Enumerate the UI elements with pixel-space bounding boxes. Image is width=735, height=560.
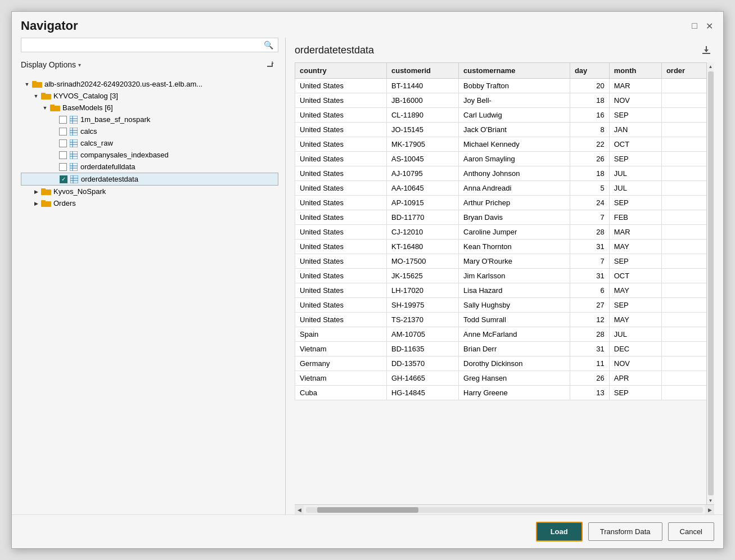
tree-item-orderdatetestdata[interactable]: ✓ orderdatetestdata — [21, 173, 278, 186]
title-bar-controls: □ ✕ — [689, 21, 714, 31]
checkbox-companysales[interactable] — [59, 151, 67, 159]
cell-customername: Brian Derr — [459, 342, 570, 356]
tree-item-kyvos-nospark[interactable]: ▶ Kyvos_NoSpark — [21, 186, 278, 197]
expand-icon: ▼ — [41, 104, 49, 112]
col-header-customerid: customerid — [386, 63, 458, 79]
cell-customername: Anthony Johnson — [459, 166, 570, 181]
cell-customerid: BD-11770 — [386, 210, 458, 225]
cell-country: United States — [295, 196, 387, 210]
svg-rect-36 — [41, 200, 46, 202]
tree-item-label: calcs — [80, 127, 97, 136]
checkbox-1m-base[interactable] — [59, 116, 67, 124]
scroll-down-arrow[interactable]: ▼ — [707, 496, 715, 504]
cell-country: United States — [295, 210, 387, 225]
cell-day: 7 — [570, 254, 609, 269]
preview-icon-button[interactable] — [698, 42, 714, 58]
load-button[interactable]: Load — [536, 522, 583, 541]
vertical-scrollbar[interactable]: ▲ ▼ — [706, 62, 714, 504]
folder-icon — [41, 200, 51, 207]
table-row: United StatesLH-17020Lisa Hazard6MAY — [295, 283, 714, 298]
cell-month: JUL — [609, 327, 661, 342]
table-row: United StatesAA-10645Anna Andreadi5JUL — [295, 181, 714, 196]
cell-day: 8 — [570, 123, 609, 137]
checkbox-orderdatefulldata[interactable] — [59, 163, 67, 171]
cell-customername: Anne McFarland — [459, 327, 570, 342]
cell-month: NOV — [609, 356, 661, 371]
cell-customerid: AA-10645 — [386, 181, 458, 196]
svg-rect-13 — [70, 128, 78, 136]
checkbox-calcs-raw[interactable] — [59, 139, 67, 147]
tree-item-label: Orders — [53, 199, 76, 207]
tree-item-orderdatefulldata[interactable]: orderdatefulldata — [21, 161, 278, 173]
table-icon — [70, 175, 79, 183]
search-box[interactable]: 🔍 — [21, 38, 278, 52]
cell-month: JAN — [609, 123, 661, 137]
tree-item-label: BaseModels [6] — [62, 103, 113, 112]
checkbox-calcs[interactable] — [59, 128, 67, 136]
cell-day: 26 — [570, 371, 609, 386]
display-options-label: Display Options — [21, 60, 76, 69]
svg-rect-17 — [70, 139, 78, 147]
cell-country: United States — [295, 166, 387, 181]
close-button[interactable]: ✕ — [704, 21, 714, 31]
table-wrapper: country customerid customername day mont… — [295, 62, 714, 514]
table-row: VietnamGH-14665Greg Hansen26APR — [295, 371, 714, 386]
edit-icon-button[interactable] — [263, 57, 278, 73]
cell-customerid: KT-16480 — [386, 240, 458, 254]
cell-customerid: AS-10045 — [386, 152, 458, 166]
tree-item-companysales[interactable]: companysales_indexbased — [21, 149, 278, 161]
cell-day: 18 — [570, 93, 609, 108]
tree-item-label: orderdatefulldata — [80, 162, 136, 171]
svg-rect-37 — [702, 53, 710, 54]
checkbox-orderdatetestdata[interactable]: ✓ — [60, 175, 67, 183]
tree-item-calcs-raw[interactable]: calcs_raw — [21, 137, 278, 149]
transform-data-button[interactable]: Transform Data — [588, 522, 662, 541]
scroll-up-arrow[interactable]: ▲ — [707, 62, 715, 70]
tree-item-label: calcs_raw — [80, 139, 113, 147]
tree-item-kyvos-catalog[interactable]: ▼ KYVOS_Catalog [3] — [21, 90, 278, 102]
expand-icon-placeholder — [50, 163, 58, 171]
cell-country: United States — [295, 137, 387, 152]
cell-month: SEP — [609, 298, 661, 313]
tree-item-1m-base-sf-nospark[interactable]: 1m_base_sf_nospark — [21, 114, 278, 125]
cell-month: MAY — [609, 313, 661, 327]
table-icon — [69, 139, 78, 147]
cell-country: United States — [295, 108, 387, 123]
tree-item-orders[interactable]: ▶ Orders — [21, 197, 278, 209]
search-icon: 🔍 — [264, 40, 273, 49]
table-icon — [69, 128, 78, 136]
cell-customername: Anna Andreadi — [459, 181, 570, 196]
cell-customerid: JK-15625 — [386, 269, 458, 283]
cancel-button[interactable]: Cancel — [668, 522, 714, 541]
tree-item-label: companysales_indexbased — [80, 151, 169, 159]
table-header-row: country customerid customername day mont… — [295, 63, 714, 79]
cell-month: NOV — [609, 93, 661, 108]
cell-month: APR — [609, 371, 661, 386]
cell-day: 12 — [570, 313, 609, 327]
bottom-bar: Load Transform Data Cancel — [12, 514, 723, 548]
table-row: United StatesSH-19975Sally Hughsby27SEP — [295, 298, 714, 313]
cell-customername: Jim Karlsson — [459, 269, 570, 283]
tree-item-alb[interactable]: ▼ alb-srinadh20242-624920320.us-east-1.e… — [21, 78, 278, 90]
table-row: United StatesMK-17905Michael Kennedy22OC… — [295, 137, 714, 152]
svg-rect-8 — [50, 105, 55, 107]
display-options-chevron-icon[interactable]: ▾ — [78, 62, 81, 68]
right-panel: orderdatetestdata — [285, 38, 714, 514]
horizontal-scrollbar[interactable]: ◀ ▶ — [295, 504, 714, 514]
scroll-right-arrow[interactable]: ▶ — [705, 505, 714, 515]
table-body: United StatesBT-11440Bobby Trafton20MARU… — [295, 79, 714, 400]
tree-item-basemodels[interactable]: ▼ BaseModels [6] — [21, 102, 278, 114]
preview-title: orderdatetestdata — [295, 44, 374, 56]
cell-day: 7 — [570, 210, 609, 225]
data-table: country customerid customername day mont… — [295, 62, 714, 400]
search-input[interactable] — [26, 41, 264, 49]
tree-item-calcs[interactable]: calcs — [21, 125, 278, 137]
maximize-button[interactable]: □ — [689, 21, 700, 31]
table-row: United StatesAP-10915Arthur Prichep24SEP — [295, 196, 714, 210]
cell-customername: Sally Hughsby — [459, 298, 570, 313]
edit-icon — [266, 60, 275, 69]
cell-month: OCT — [609, 269, 661, 283]
scroll-left-arrow[interactable]: ◀ — [295, 505, 304, 515]
cell-day: 26 — [570, 152, 609, 166]
scroll-thumb — [317, 507, 418, 513]
